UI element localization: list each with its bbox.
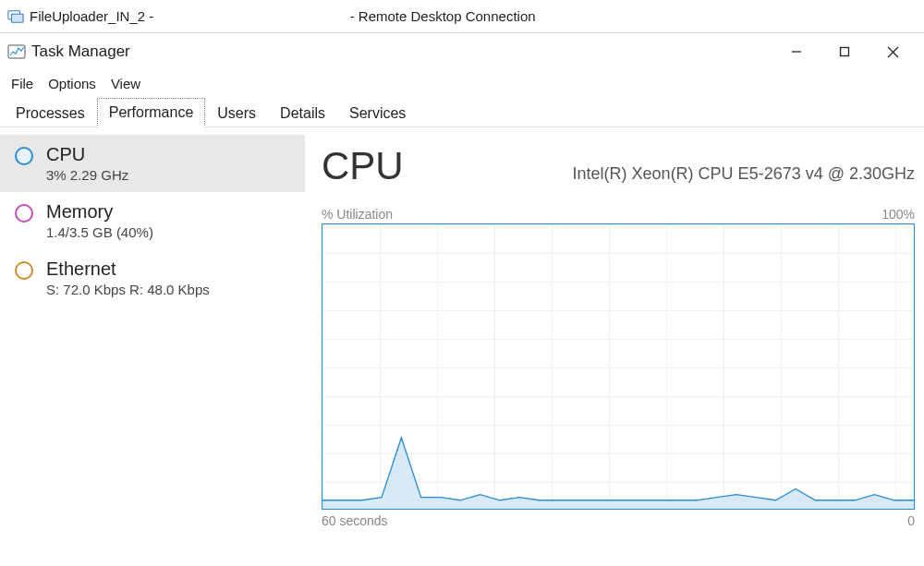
sidebar-item-ethernet[interactable]: Ethernet S: 72.0 Kbps R: 48.0 Kbps xyxy=(0,249,305,307)
cpu-title: CPU xyxy=(46,144,128,165)
tab-users[interactable]: Users xyxy=(205,99,268,127)
main-panel: CPU Intel(R) Xeon(R) CPU E5-2673 v4 @ 2.… xyxy=(305,127,924,566)
main-subtitle: Intel(R) Xeon(R) CPU E5-2673 v4 @ 2.30GH… xyxy=(573,164,915,184)
ethernet-icon xyxy=(15,261,33,280)
ethernet-sub: S: 72.0 Kbps R: 48.0 Kbps xyxy=(46,282,210,297)
main-title: CPU xyxy=(322,144,404,188)
chart-xmin: 0 xyxy=(907,513,915,528)
menu-view[interactable]: View xyxy=(103,74,148,93)
minimize-button[interactable] xyxy=(772,35,821,68)
chart-ylabel: % Utilization xyxy=(322,207,393,222)
content-area: CPU 3% 2.29 GHz Memory 1.4/3.5 GB (40%) … xyxy=(0,127,924,566)
rdc-title-bar: FileUploader_IN_2 - - Remote Desktop Con… xyxy=(0,0,924,33)
memory-sub: 1.4/3.5 GB (40%) xyxy=(46,224,153,240)
tab-performance[interactable]: Performance xyxy=(97,98,206,127)
menu-options[interactable]: Options xyxy=(41,74,103,93)
cpu-chart xyxy=(322,223,915,510)
taskmanager-title-bar: Task Manager xyxy=(0,33,924,70)
taskmanager-title: Task Manager xyxy=(31,42,130,61)
chart-top-labels: % Utilization 100% xyxy=(322,207,915,222)
tab-bar: Processes Performance Users Details Serv… xyxy=(0,96,924,127)
cpu-sub: 3% 2.29 GHz xyxy=(46,167,128,183)
chart-xmax: 60 seconds xyxy=(322,513,388,528)
taskmanager-icon xyxy=(7,42,26,61)
minimize-icon xyxy=(791,46,802,57)
maximize-icon xyxy=(839,46,850,57)
menu-bar: File Options View xyxy=(0,70,924,96)
tab-details[interactable]: Details xyxy=(268,99,337,127)
svg-rect-4 xyxy=(841,48,849,56)
main-header: CPU Intel(R) Xeon(R) CPU E5-2673 v4 @ 2.… xyxy=(322,144,915,188)
menu-file[interactable]: File xyxy=(4,74,41,93)
window-controls xyxy=(772,35,917,68)
rdc-title-center: - Remote Desktop Connection xyxy=(153,8,732,24)
cpu-chart-svg xyxy=(322,224,914,509)
svg-rect-1 xyxy=(12,14,24,22)
sidebar-item-cpu[interactable]: CPU 3% 2.29 GHz xyxy=(0,135,305,192)
memory-title: Memory xyxy=(46,201,153,223)
sidebar-item-memory[interactable]: Memory 1.4/3.5 GB (40%) xyxy=(0,192,305,249)
memory-icon xyxy=(15,204,33,223)
chart-ymax: 100% xyxy=(881,207,915,222)
close-icon xyxy=(887,46,899,58)
ethernet-title: Ethernet xyxy=(46,259,210,280)
rdc-icon xyxy=(7,8,24,25)
tab-services[interactable]: Services xyxy=(337,99,418,127)
maximize-button[interactable] xyxy=(821,35,869,68)
chart-bottom-labels: 60 seconds 0 xyxy=(322,513,915,528)
performance-sidebar: CPU 3% 2.29 GHz Memory 1.4/3.5 GB (40%) … xyxy=(0,127,305,566)
tab-processes[interactable]: Processes xyxy=(4,99,97,127)
cpu-icon xyxy=(15,147,33,165)
close-button[interactable] xyxy=(869,35,917,68)
rdc-title-left: FileUploader_IN_2 - xyxy=(30,8,153,24)
